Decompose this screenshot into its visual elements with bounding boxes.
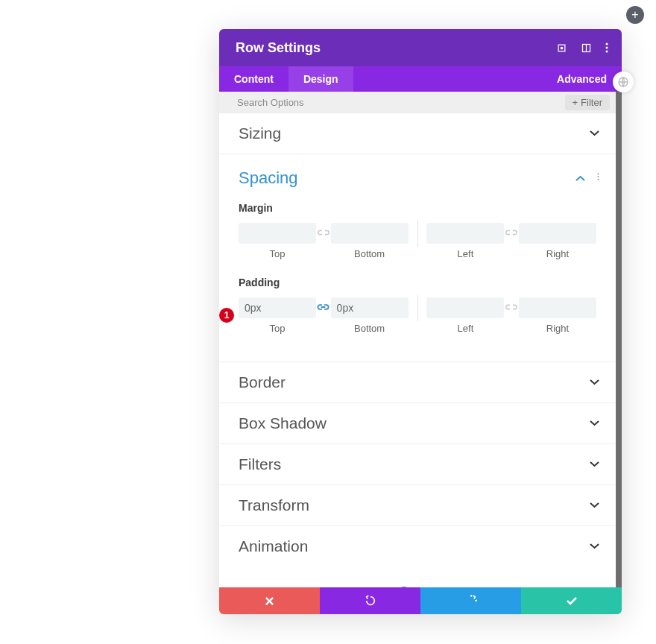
plus-icon: + (631, 8, 638, 22)
globe-icon (617, 76, 629, 88)
section-sizing[interactable]: Sizing (219, 113, 616, 154)
section-border[interactable]: Border (219, 362, 616, 402)
section-transform[interactable]: Transform (219, 485, 616, 525)
padding-left-input[interactable] (426, 297, 504, 318)
svg-point-8 (598, 173, 599, 174)
chevron-down-icon (590, 130, 599, 136)
modal-title: Row Settings (236, 40, 321, 56)
chevron-down-icon (590, 420, 599, 426)
tab-bar: Content Design Advanced (219, 66, 622, 92)
section-title-transform: Transform (239, 496, 309, 514)
padding-right-sublabel: Right (546, 323, 569, 334)
svg-point-10 (598, 179, 599, 180)
section-title-spacing: Spacing (239, 168, 298, 188)
check-icon (566, 596, 578, 605)
callout-badge: 1 (219, 308, 234, 323)
chevron-down-icon (590, 379, 599, 385)
link-icon[interactable] (504, 227, 519, 254)
padding-row: 1 Top Bottom (239, 294, 596, 336)
section-options-icon[interactable] (597, 171, 599, 185)
section-filters[interactable]: Filters (219, 444, 616, 484)
tab-advanced[interactable]: Advanced (542, 66, 622, 92)
separator (417, 294, 418, 321)
margin-row: Top Bottom Left (239, 220, 596, 262)
save-button[interactable] (521, 587, 622, 614)
margin-left-sublabel: Left (458, 248, 474, 259)
modal-header: Row Settings (219, 29, 622, 66)
section-title-animation: Animation (239, 537, 308, 555)
section-title-box-shadow: Box Shadow (239, 414, 327, 432)
tab-content[interactable]: Content (219, 66, 288, 92)
row-settings-modal: Row Settings Content Design Advanced Sea… (219, 29, 622, 614)
footer (219, 587, 622, 614)
discard-button[interactable] (219, 587, 320, 614)
link-icon[interactable] (504, 302, 519, 329)
margin-bottom-sublabel: Bottom (354, 248, 385, 259)
filter-button[interactable]: + Filter (565, 95, 610, 110)
svg-point-5 (606, 43, 608, 45)
help-row[interactable]: ? Help (219, 566, 616, 587)
scrollbar[interactable] (616, 92, 622, 587)
undo-button[interactable] (320, 587, 420, 614)
padding-bottom-input[interactable] (331, 297, 409, 318)
padding-right-input[interactable] (519, 297, 596, 318)
section-title-filters: Filters (239, 455, 281, 473)
margin-top-sublabel: Top (270, 248, 286, 259)
section-title-sizing: Sizing (239, 124, 281, 142)
close-icon (265, 596, 274, 606)
more-options-icon[interactable] (605, 42, 608, 53)
undo-icon (365, 595, 376, 607)
link-icon[interactable] (316, 227, 331, 254)
padding-top-sublabel: Top (270, 323, 286, 334)
search-options-label[interactable]: Search Options (237, 97, 304, 108)
chevron-down-icon (590, 461, 599, 467)
margin-bottom-input[interactable] (331, 223, 409, 244)
margin-left-input[interactable] (426, 223, 504, 244)
padding-left-sublabel: Left (458, 323, 474, 334)
redo-icon (465, 595, 477, 607)
margin-label: Margin (239, 202, 596, 214)
svg-point-6 (606, 47, 608, 49)
margin-right-input[interactable] (519, 223, 596, 244)
svg-point-9 (598, 176, 599, 177)
header-actions (556, 42, 608, 54)
svg-point-2 (561, 47, 563, 49)
redo-button[interactable] (420, 587, 521, 614)
expand-icon[interactable] (556, 42, 567, 54)
filter-label: Filter (581, 97, 602, 108)
section-title-border: Border (239, 373, 286, 391)
svg-point-7 (606, 51, 608, 53)
spacing-body: Margin Top Bottom (219, 202, 616, 362)
add-button[interactable]: + (626, 6, 644, 24)
tab-design[interactable]: Design (288, 66, 353, 92)
padding-top-input[interactable] (239, 297, 316, 318)
options-toolbar: Search Options + Filter (219, 92, 616, 113)
chevron-down-icon (590, 502, 599, 508)
chevron-down-icon (590, 543, 599, 549)
separator (417, 220, 418, 247)
padding-bottom-sublabel: Bottom (354, 323, 385, 334)
padding-label: Padding (239, 277, 596, 288)
link-icon-active[interactable] (316, 302, 331, 329)
section-spacing[interactable]: Spacing (219, 154, 616, 202)
side-global-button[interactable] (613, 72, 634, 92)
panel-body[interactable]: Search Options + Filter Sizing Spacing (219, 92, 616, 587)
chevron-up-icon (575, 175, 585, 181)
snap-icon[interactable] (581, 42, 592, 54)
section-animation[interactable]: Animation (219, 526, 616, 566)
filter-plus-icon: + (573, 97, 578, 108)
margin-top-input[interactable] (239, 223, 316, 244)
margin-right-sublabel: Right (546, 248, 569, 259)
section-box-shadow[interactable]: Box Shadow (219, 403, 616, 443)
